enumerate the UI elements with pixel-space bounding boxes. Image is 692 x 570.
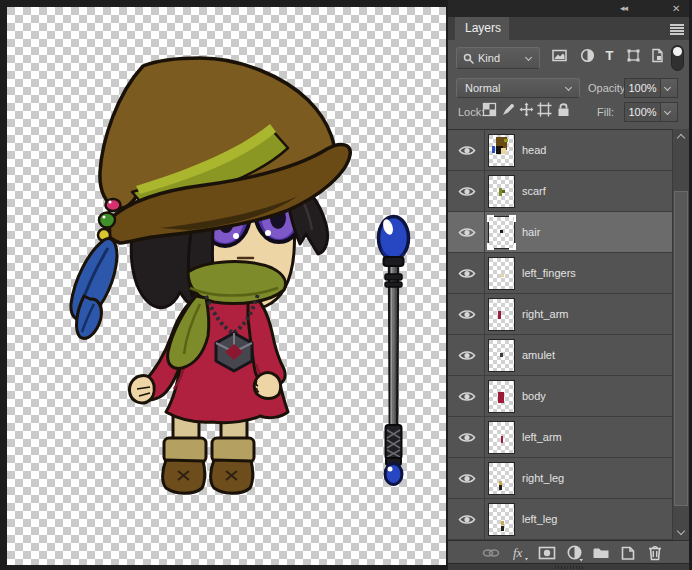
adjustment-layer-icon[interactable]	[566, 544, 584, 562]
layer-visibility-cell	[448, 335, 485, 376]
panel-tab-bar: Layers	[448, 17, 689, 40]
eye-icon[interactable]	[458, 473, 476, 484]
panel-resize-strip[interactable]	[448, 563, 689, 570]
opacity-value[interactable]: 100%	[624, 78, 661, 98]
layer-row[interactable]: head	[448, 130, 672, 171]
layer-row[interactable]: body	[448, 376, 672, 417]
thumbnail-sprite	[492, 146, 496, 153]
layer-filtering-toggle[interactable]	[671, 45, 684, 71]
layer-name: right_arm	[522, 294, 568, 335]
type-layer-filter-icon[interactable]: T	[602, 48, 617, 63]
layer-row[interactable]: amulet	[448, 335, 672, 376]
layer-thumbnail[interactable]	[488, 462, 515, 495]
document-canvas[interactable]	[0, 0, 448, 570]
scroll-up-icon[interactable]	[677, 134, 685, 142]
eye-icon[interactable]	[458, 350, 476, 361]
layer-thumbnail[interactable]	[488, 257, 515, 290]
layer-visibility-cell	[448, 212, 485, 253]
delete-layer-icon[interactable]	[646, 544, 664, 562]
shape-layer-filter-icon[interactable]	[626, 48, 641, 63]
chevron-down-icon	[565, 84, 572, 91]
svg-text:T: T	[606, 48, 614, 63]
layer-visibility-cell	[448, 253, 485, 294]
layer-thumbnail[interactable]	[488, 421, 515, 454]
hat-charms	[71, 199, 121, 338]
svg-text:fx: fx	[513, 545, 523, 560]
eye-icon[interactable]	[458, 514, 476, 525]
chevron-down-icon	[525, 54, 532, 61]
layer-thumbnail[interactable]	[488, 175, 515, 208]
thumbnail-sprite	[502, 190, 505, 193]
layer-name: scarf	[522, 171, 546, 212]
thumbnail-sprite	[501, 148, 507, 154]
lock-transparency-icon[interactable]	[482, 102, 497, 117]
layer-mask-icon[interactable]	[538, 544, 556, 562]
layer-visibility-cell	[448, 417, 485, 458]
layer-visibility-cell	[448, 499, 485, 540]
layer-thumbnail[interactable]	[488, 298, 515, 331]
layers-panel-footer: fx	[448, 540, 689, 563]
photoshop-window: ◂◂ ✕ Layers Kind	[0, 0, 692, 570]
character-artwork	[0, 0, 448, 570]
lock-position-icon[interactable]	[519, 102, 534, 117]
thumbnail-sprite	[501, 526, 504, 531]
eye-icon[interactable]	[458, 432, 476, 443]
panel-menu-icon[interactable]	[670, 24, 684, 34]
kind-filter-dropdown[interactable]: Kind	[456, 47, 540, 69]
layer-name: head	[522, 130, 546, 171]
layer-effects-icon[interactable]: fx	[511, 544, 529, 562]
fill-value[interactable]: 100%	[624, 102, 661, 122]
layer-row[interactable]: right_arm	[448, 294, 672, 335]
layer-name: left_leg	[522, 499, 557, 540]
layer-thumbnail[interactable]	[488, 216, 515, 249]
eye-icon[interactable]	[458, 145, 476, 156]
scrollbar-thumb[interactable]	[674, 191, 688, 506]
thumbnail-sprite	[498, 392, 505, 403]
new-layer-icon[interactable]	[619, 544, 637, 562]
collapse-panel-icon[interactable]: ◂◂	[620, 2, 627, 15]
resize-grip-icon	[555, 566, 583, 569]
tab-layers[interactable]: Layers	[455, 17, 509, 40]
layer-list: head scarf hair	[448, 129, 672, 540]
panel-title-bar: ◂◂ ✕	[448, 0, 689, 17]
eye-icon[interactable]	[458, 268, 476, 279]
new-group-icon[interactable]	[592, 544, 610, 562]
layer-row[interactable]: right_leg	[448, 458, 672, 499]
thumbnail-sprite	[499, 485, 502, 489]
layer-thumbnail[interactable]	[488, 134, 515, 167]
thumbnail-sprite	[500, 353, 503, 357]
link-layers-icon[interactable]	[482, 544, 500, 562]
layer-row[interactable]: scarf	[448, 171, 672, 212]
opacity-dropdown-button[interactable]	[661, 78, 678, 98]
lock-all-icon[interactable]	[556, 102, 571, 117]
eye-icon[interactable]	[458, 391, 476, 402]
adjustment-layer-filter-icon[interactable]	[580, 48, 595, 63]
lock-image-pixels-icon[interactable]	[501, 102, 516, 117]
layer-row[interactable]: left_leg	[448, 499, 672, 540]
kind-filter-label: Kind	[478, 48, 500, 68]
eye-icon[interactable]	[458, 186, 476, 197]
eye-icon[interactable]	[458, 309, 476, 320]
layer-visibility-cell	[448, 294, 485, 335]
eye-icon[interactable]	[458, 227, 476, 238]
layer-visibility-cell	[448, 458, 485, 499]
lock-artboard-icon[interactable]	[537, 102, 552, 117]
layer-thumbnail[interactable]	[488, 503, 515, 536]
fill-dropdown-button[interactable]	[661, 102, 678, 122]
close-panel-icon[interactable]: ✕	[672, 2, 680, 15]
layer-thumbnail[interactable]	[488, 380, 515, 413]
opacity-label: Opacity:	[588, 82, 628, 94]
layer-row[interactable]: hair	[448, 212, 672, 253]
legs-layer	[163, 412, 254, 493]
thumbnail-sprite	[501, 436, 504, 443]
smart-object-filter-icon[interactable]	[650, 48, 665, 63]
layer-thumbnail[interactable]	[488, 339, 515, 372]
layer-list-scrollbar[interactable]	[672, 129, 689, 540]
layer-row[interactable]: left_arm	[448, 417, 672, 458]
pixel-layer-filter-icon[interactable]	[552, 48, 567, 63]
lock-label: Lock:	[458, 106, 484, 118]
scroll-down-icon[interactable]	[677, 527, 685, 535]
blend-mode-dropdown[interactable]: Normal	[456, 78, 580, 98]
layer-row[interactable]: left_fingers	[448, 253, 672, 294]
thumbnail-sprite	[499, 481, 502, 485]
